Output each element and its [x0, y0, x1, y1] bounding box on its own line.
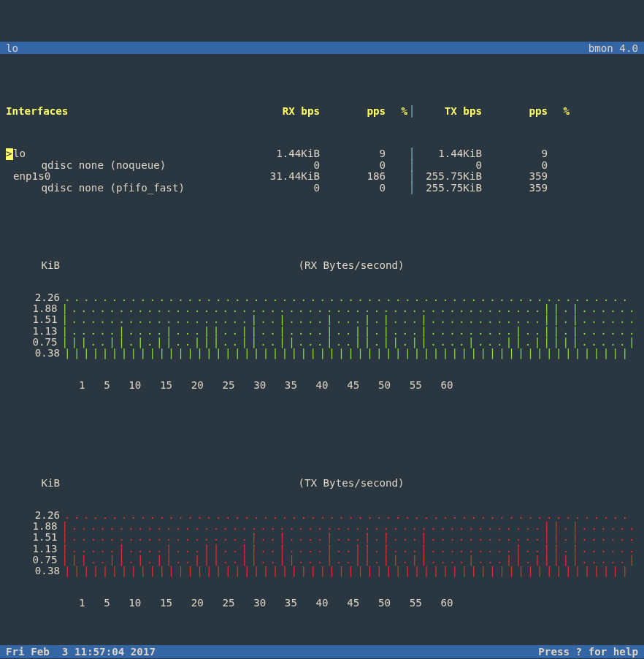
rx-x-axis: 1 5 10 15 20 25 30 35 40 45 50 55 60 — [6, 380, 638, 391]
tx-pct — [548, 171, 570, 183]
graph-row: 1.88|...................................… — [6, 303, 638, 314]
hdr-interfaces: Interfaces — [6, 106, 254, 118]
graph-data-line: |.....|....|...||..||..|....|..||.|...|.… — [62, 544, 638, 555]
tx-pct — [548, 160, 570, 172]
title-right: bmon 4.0 — [589, 43, 638, 53]
interface-name: qdisc none (noqueue) — [35, 159, 166, 171]
rx-graph: KiB (RX Bytes/second) 2.26..............… — [6, 240, 638, 411]
tx-graph-unit: KiB — [6, 478, 64, 489]
tx-bps: 255.75KiB — [416, 183, 482, 194]
graph-row: 1.13|.....|....|...||..||..|....|..||.|.… — [6, 544, 638, 555]
interface-name: qdisc none (pfifo_fast) — [35, 182, 185, 194]
hdr-rx-pct: % — [386, 106, 407, 118]
tx-bps: 1.44KiB — [416, 148, 482, 160]
selection-marker-icon: > — [6, 148, 13, 160]
y-tick: 0.75 — [6, 337, 62, 348]
graph-row: 2.26....................................… — [6, 510, 638, 521]
graph-data-line: |.....|....|...||..||..|....|..||.|...|.… — [62, 326, 638, 337]
hdr-rx-pps: pps — [320, 106, 386, 118]
hdr-tx-bps: TX bps — [416, 106, 482, 118]
title-left: lo — [6, 43, 18, 53]
y-tick: 1.88 — [6, 521, 62, 532]
graph-data-line: ||||||||||||||||||||||||||||||||||||||||… — [64, 565, 638, 576]
graph-data-line: |...................|..|....|...|.|...|.… — [62, 314, 638, 325]
tx-bps: 255.75KiB — [416, 171, 482, 183]
y-tick: 1.51 — [6, 314, 62, 325]
graph-data-line: ||||||||||||||||||||||||||||||||||||||||… — [64, 348, 638, 359]
y-tick: 1.13 — [6, 326, 62, 337]
y-tick: 2.26 — [6, 510, 64, 521]
graph-row: 1.88|...................................… — [6, 521, 638, 532]
rx-bps: 1.44KiB — [254, 148, 320, 160]
graph-row: 2.26....................................… — [6, 292, 638, 303]
hdr-rx-bps: RX bps — [254, 106, 320, 118]
graph-data-line: |||..||.|.||..|||..||..||...|..||.||.||.… — [62, 555, 638, 565]
rx-graph-title: (RX Bytes/second) — [64, 260, 638, 271]
interface-name: enp1s0 — [13, 170, 50, 182]
tx-pct — [548, 183, 570, 194]
tx-pps: 359 — [482, 171, 548, 183]
tx-pct — [548, 148, 570, 160]
status-left: Fri Feb 3 11:57:04 2017 — [6, 647, 156, 657]
graph-data-line: ........................................… — [64, 292, 638, 303]
y-tick: 1.51 — [6, 532, 62, 543]
graph-row: 1.51|...................|..|....|...|.|.… — [6, 314, 638, 325]
y-tick: 0.38 — [6, 565, 64, 576]
interfaces-header: Interfaces RX bps pps % │ TX bps pps % — [6, 106, 638, 118]
title-bar: lo bmon 4.0 — [0, 42, 644, 54]
tx-bps: 0 — [416, 160, 482, 172]
interface-row[interactable]: >lo1.44KiB9│1.44KiB9 — [6, 148, 638, 160]
rx-bps: 31.44KiB — [254, 171, 320, 183]
tx-graph-title: (TX Bytes/second) — [64, 478, 638, 489]
y-tick: 1.13 — [6, 544, 62, 555]
tx-x-axis: 1 5 10 15 20 25 30 35 40 45 50 55 60 — [6, 598, 638, 609]
y-tick: 0.38 — [6, 348, 64, 359]
rx-pps: 0 — [320, 183, 386, 194]
graph-data-line: |.......................................… — [62, 521, 638, 532]
graph-data-line: |...................|..|....|...|.|...|.… — [62, 532, 638, 543]
interface-row[interactable]: qdisc none (noqueue)00│00 — [6, 160, 638, 172]
graph-row: 0.38||||||||||||||||||||||||||||||||||||… — [6, 348, 638, 359]
graph-row: 1.13|.....|....|...||..||..|....|..||.|.… — [6, 326, 638, 337]
y-tick: 1.88 — [6, 303, 62, 314]
graph-row: 0.75|||..||.|.||..|||..||..||...|..||.||… — [6, 555, 638, 565]
y-tick: 2.26 — [6, 292, 64, 303]
interface-row[interactable]: qdisc none (pfifo_fast)00│255.75KiB359 — [6, 183, 638, 194]
rx-pps: 9 — [320, 148, 386, 160]
graph-row: 0.75|||..||.|.||..|||..||..||...|..||.||… — [6, 337, 638, 348]
rx-graph-unit: KiB — [6, 260, 64, 271]
interface-row[interactable]: enp1s031.44KiB186│255.75KiB359 — [6, 171, 638, 183]
rx-pct — [386, 171, 407, 183]
tx-pps: 9 — [482, 148, 548, 160]
rx-pps: 186 — [320, 171, 386, 183]
rx-pct — [386, 160, 407, 172]
rx-bps: 0 — [254, 183, 320, 194]
y-tick: 0.75 — [6, 555, 62, 565]
graph-data-line: |||..||.|.||..|||..||..||...|..||.||.||.… — [62, 337, 638, 348]
graph-data-line: ........................................… — [64, 510, 638, 521]
status-bar: Fri Feb 3 11:57:04 2017 Press ? for help — [0, 645, 644, 658]
rx-pct — [386, 183, 407, 194]
graph-data-line: |.......................................… — [62, 303, 638, 314]
graph-row: 1.51|...................|..|....|...|.|.… — [6, 532, 638, 543]
status-right: Press ? for help — [538, 647, 638, 657]
rx-pps: 0 — [320, 160, 386, 172]
rx-bps: 0 — [254, 160, 320, 172]
hdr-tx-pct: % — [548, 106, 570, 118]
tx-pps: 359 — [482, 183, 548, 194]
tx-pps: 0 — [482, 160, 548, 172]
graph-row: 0.38||||||||||||||||||||||||||||||||||||… — [6, 565, 638, 576]
hdr-tx-pps: pps — [482, 106, 548, 118]
tx-graph: KiB (TX Bytes/second) 2.26..............… — [6, 457, 638, 629]
interface-name: lo — [13, 148, 26, 159]
rx-pct — [386, 148, 407, 160]
